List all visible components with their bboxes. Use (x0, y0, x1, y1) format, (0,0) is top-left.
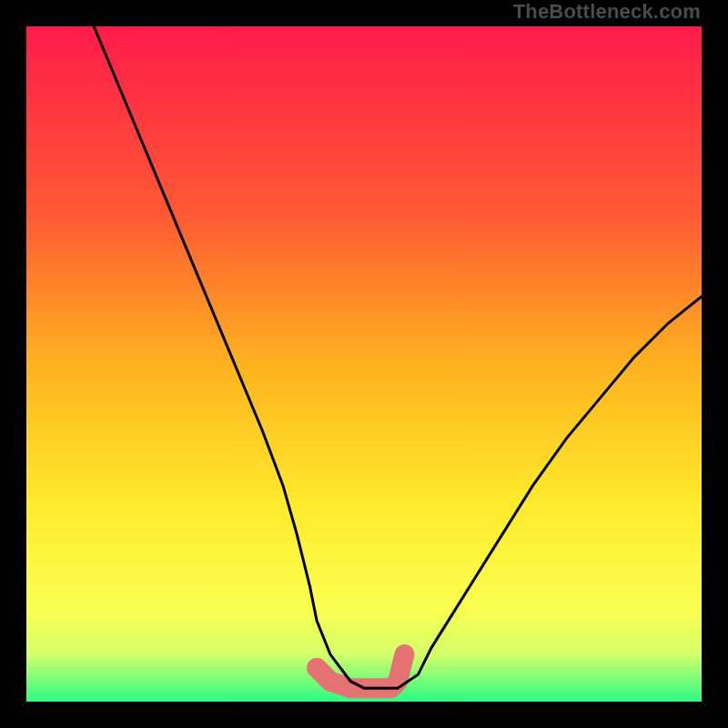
chart-stage: TheBottleneck.com (0, 0, 728, 728)
plot-area (26, 26, 702, 702)
gradient-background (26, 26, 702, 702)
watermark-text: TheBottleneck.com (513, 0, 701, 24)
chart-svg (26, 26, 702, 702)
